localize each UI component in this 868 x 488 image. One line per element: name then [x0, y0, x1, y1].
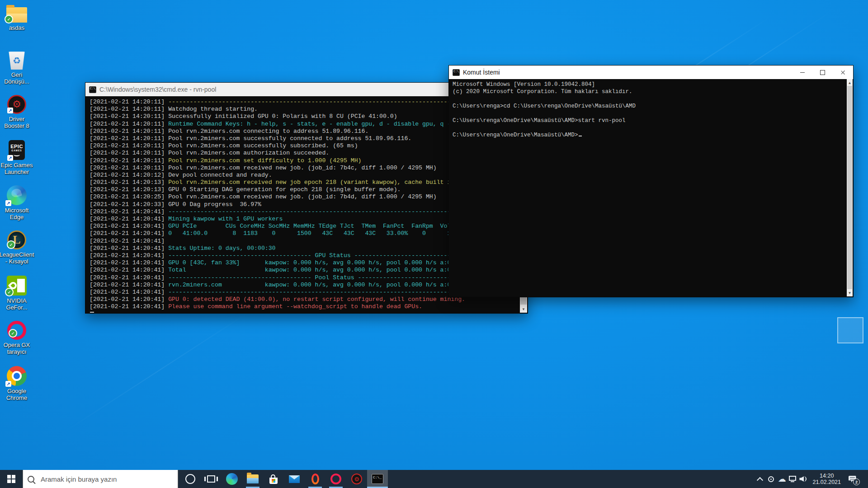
- miner-window-title: C:\Windows\system32\cmd.exe - rvn-pool: [99, 86, 216, 93]
- desktop-icon-label: GoogleChrome: [0, 388, 39, 401]
- minimize-button[interactable]: [792, 66, 812, 79]
- maximize-button[interactable]: [812, 66, 833, 79]
- timestamp: [2021-02-21 14:20:41]: [90, 216, 165, 222]
- microsoft-edge-icon: ↗: [7, 185, 27, 205]
- desktop-icon-label: NVIDIAGeFor...: [0, 297, 39, 311]
- taskbar-clock[interactable]: 14:20 21.02.2021: [812, 473, 841, 485]
- recycle-symbol-icon: ♻: [7, 55, 27, 66]
- network-icon[interactable]: [787, 470, 798, 488]
- timestamp: [2021-02-21 14:20:41]: [90, 267, 165, 273]
- notification-badge: 2: [853, 479, 860, 485]
- log-message: Pool rvn.2miners.com successfully subscr…: [168, 142, 358, 149]
- close-button[interactable]: [833, 66, 853, 79]
- log-message: Please use command line argument --watch…: [168, 303, 422, 310]
- taskbar-icon-cortana[interactable]: [180, 470, 201, 488]
- cmd-icon: C:\_: [89, 86, 96, 93]
- recycle-bin-icon: ♻: [7, 50, 27, 70]
- log-message: ----------------------------------------…: [168, 274, 497, 281]
- timestamp: [2021-02-21 14:20:25]: [90, 193, 165, 200]
- cmd-icon: C:\_: [453, 69, 460, 76]
- desktop-icon-recycle-bin[interactable]: ♻GeriDönüşü...: [0, 50, 39, 85]
- log-message: Total kawpow: 0.000 h/s, avg 0.000 h/s, …: [168, 267, 451, 273]
- log-message: Pool rvn.2miners.com received new job. (…: [168, 164, 437, 171]
- cmd-window-titlebar[interactable]: C:\_ Komut İstemi: [449, 66, 853, 79]
- taskbar-icon-task-view[interactable]: [201, 470, 222, 488]
- scroll-up-icon[interactable]: ▲: [847, 79, 853, 86]
- console-line: [453, 95, 844, 103]
- timestamp: [2021-02-21 14:20:41]: [90, 289, 165, 296]
- desktop-icon-epic-games-launcher[interactable]: EPICGAMES↗Epic GamesLauncher: [0, 140, 39, 175]
- log-message: GPU 0 Starting DAG generation for epoch …: [168, 186, 401, 193]
- timestamp: [2021-02-21 14:20:11]: [90, 164, 165, 171]
- mail-icon: [289, 475, 300, 483]
- log-message: GPU 0 Dag progress 36.97%: [168, 201, 261, 208]
- clock-date: 21.02.2021: [812, 479, 841, 485]
- timestamp: [2021-02-21 14:20:11]: [90, 99, 165, 105]
- desktop-icon-label: asdas: [0, 24, 39, 31]
- onedrive-cloud-icon[interactable]: ☁: [776, 470, 787, 488]
- volume-icon[interactable]: [798, 470, 809, 488]
- desktop-icon-asdas[interactable]: ✓asdas: [0, 5, 39, 31]
- timestamp: [2021-02-21 14:20:33]: [90, 201, 165, 208]
- desktop-icon-opera-gx[interactable]: ✓Opera GXtarayıcı: [0, 321, 39, 355]
- timestamp: [2021-02-21 14:20:41]: [90, 252, 165, 259]
- taskbar-pinned-icons: ⚙C:\_: [180, 470, 388, 488]
- taskbar-icon-opera[interactable]: [305, 470, 326, 488]
- action-center-icon[interactable]: 2: [845, 470, 859, 488]
- scrollbar-thumb[interactable]: [847, 86, 852, 290]
- taskbar-icon-cmd[interactable]: C:\_: [367, 470, 388, 488]
- console-cursor: [579, 136, 582, 136]
- console-line: Microsoft Windows [Version 10.0.19042.80…: [453, 81, 844, 88]
- scroll-down-icon[interactable]: ▼: [520, 305, 527, 313]
- store-icon: [269, 478, 278, 484]
- log-message: GPU PCIe CUs CoreMHz SocMHz MemMHz TEdge…: [168, 223, 451, 230]
- opera-gx-icon: [330, 474, 341, 484]
- timestamp: [2021-02-21 14:20:41]: [90, 208, 165, 215]
- desktop-icon-label: DriverBooster 8: [0, 116, 39, 129]
- desktop-icon-microsoft-edge[interactable]: ↗MicrosoftEdge: [0, 185, 39, 221]
- capture-icon[interactable]: [765, 470, 776, 488]
- log-message: Pool rvn.2miners.com set difficulty to 1…: [168, 157, 361, 164]
- timestamp: [2021-02-21 14:20:41]: [90, 245, 165, 252]
- shortcut-arrow-badge: ↗: [7, 155, 13, 161]
- desktop-icon-league-client[interactable]: L✓LeagueClient- Kısayol: [0, 230, 39, 265]
- log-message: Runtime Command Keys: h - help, s - stat…: [168, 121, 469, 127]
- desktop: ✓asdas♻GeriDönüşü...⚙↗DriverBooster 8EPI…: [0, 0, 868, 488]
- epic-text: GAMES: [11, 149, 22, 152]
- nvidia-geforce-icon: ✓: [7, 276, 27, 296]
- log-message: rvn.2miners.com kawpow: 0.000 h/s, avg 0…: [168, 282, 451, 288]
- taskbar-icon-edge[interactable]: [222, 470, 242, 488]
- cmd-console-output: Microsoft Windows [Version 10.0.19042.80…: [449, 79, 853, 296]
- edge-icon: [226, 473, 238, 485]
- console-cursor: [90, 312, 94, 313]
- log-message: Watchdog thread starting.: [168, 106, 258, 113]
- scroll-down-icon[interactable]: ▼: [847, 289, 853, 296]
- taskbar-icon-store[interactable]: [263, 470, 284, 488]
- start-button[interactable]: [0, 470, 23, 488]
- cmd-scrollbar[interactable]: ▲ ▼: [847, 79, 853, 296]
- log-message: GPU 0 [43C, fan 33%] kawpow: 0.000 h/s, …: [168, 259, 451, 266]
- tray-chevron-icon[interactable]: [755, 470, 765, 488]
- epic-text: EPIC: [10, 144, 23, 149]
- desktop-icon-nvidia-geforce[interactable]: ✓NVIDIAGeFor...: [0, 276, 39, 311]
- cmd-icon: C:\_: [372, 474, 383, 484]
- cmd-window-title: Komut İstemi: [463, 69, 500, 76]
- opera-icon: [311, 474, 319, 484]
- taskbar-icon-mail[interactable]: [284, 470, 305, 488]
- timestamp: [2021-02-21 14:20:11]: [90, 135, 165, 142]
- timestamp: [2021-02-21 14:20:11]: [90, 150, 165, 156]
- taskbar-icon-driver-booster[interactable]: ⚙: [346, 470, 367, 488]
- taskbar-icon-opera-gx[interactable]: [326, 470, 346, 488]
- log-message: Pool rvn.2miners.com authorization succe…: [168, 150, 329, 156]
- search-input[interactable]: [40, 475, 168, 483]
- command-prompt-window: C:\_ Komut İstemi Microsoft Windows [Ver…: [448, 65, 854, 297]
- taskbar-search[interactable]: [23, 470, 178, 488]
- log-message: Successfully initialized GPU 0: Polaris …: [168, 113, 397, 120]
- desktop-icon-google-chrome[interactable]: ↗GoogleChrome: [0, 366, 39, 401]
- shortcut-arrow-badge: ↗: [7, 108, 13, 113]
- taskbar-icon-file-explorer[interactable]: [242, 470, 263, 488]
- desktop-icon-driver-booster[interactable]: ⚙↗DriverBooster 8: [0, 95, 39, 129]
- wallpaper-light-square: [837, 317, 863, 343]
- desktop-icon-label: Opera GXtarayıcı: [0, 342, 39, 355]
- timestamp: [2021-02-21 14:20:41]: [90, 274, 165, 281]
